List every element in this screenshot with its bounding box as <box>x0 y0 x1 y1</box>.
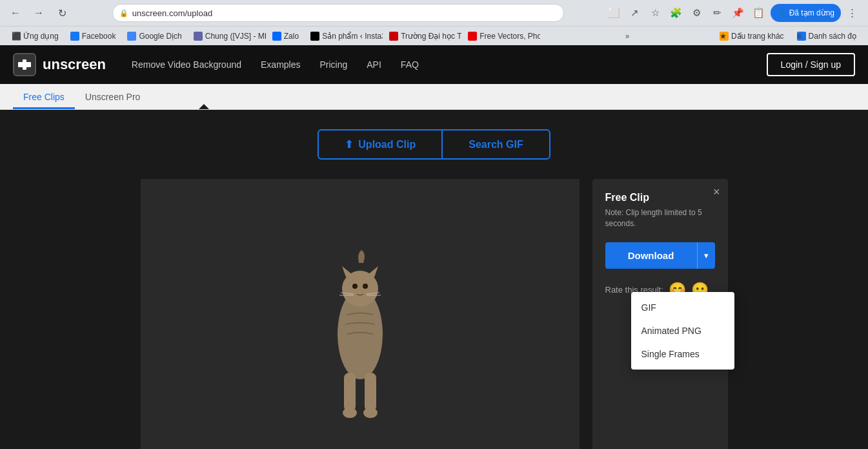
extension-btn-2[interactable]: ⚙ <box>688 4 706 22</box>
svg-point-10 <box>352 284 358 289</box>
logo-text: unscreen <box>43 56 106 73</box>
zalo-favicon <box>272 32 281 41</box>
upload-clip-label: Upload Clip <box>358 139 416 151</box>
profile-button[interactable]: 👤 Đã tạm dừng <box>771 4 841 22</box>
profile-icon: 👤 <box>777 8 787 17</box>
back-button[interactable]: ← <box>6 4 25 22</box>
refresh-button[interactable]: ↻ <box>53 4 71 22</box>
tab-unscreen-pro[interactable]: Unscreen Pro <box>75 87 151 109</box>
bookmark-dau-trang[interactable]: ★ Dấu trang khác <box>714 30 789 43</box>
bookmark-dautrang-label: Dấu trang khác <box>731 32 784 41</box>
cast-button[interactable]: ⬜ <box>605 4 623 22</box>
chung-favicon <box>194 32 203 41</box>
bookmark-danh-sach[interactable]: ≡ Danh sách đọ <box>792 30 862 43</box>
cat-image <box>308 224 412 444</box>
svg-point-8 <box>343 408 357 418</box>
browser-actions: ⬜ ↗ ☆ 🧩 ⚙ ✏ 📌 📋 👤 Đã tạm dừng ⋮ <box>605 4 862 22</box>
search-gif-label: Search GIF <box>469 139 523 151</box>
download-dropdown-menu: GIF Animated PNG Single Frames <box>631 292 734 370</box>
nav-api[interactable]: API <box>367 59 381 70</box>
svg-rect-6 <box>344 373 356 412</box>
extension-btn-4[interactable]: 📌 <box>729 4 747 22</box>
facebook-favicon <box>70 32 79 41</box>
browser-chrome: ← → ↻ 🔒 unscreen.com/upload ⬜ ↗ ☆ 🧩 ⚙ ✏ … <box>0 0 868 45</box>
bookmark-apps-label: Ứng dụng <box>23 32 59 41</box>
login-signup-button[interactable]: Login / Sign up <box>767 53 855 76</box>
url-text: unscreen.com/upload <box>132 8 212 18</box>
svg-point-11 <box>363 284 368 289</box>
chevron-down-icon: ▾ <box>704 251 709 260</box>
bookmarks-bar: ⬛ Ứng dụng Facebook Google Dịch Chung ([… <box>0 26 868 45</box>
bookmark-university-label: Trường Đại học Thư... <box>401 32 461 41</box>
upload-section: ⬆ Upload Clip Search GIF <box>13 129 855 160</box>
nav-remove-bg[interactable]: Remove Video Background <box>132 59 241 70</box>
upload-icon: ⬆ <box>345 138 353 151</box>
svg-rect-7 <box>365 373 376 412</box>
site-nav: unscreen Remove Video Background Example… <box>0 45 868 84</box>
bookmark-chung[interactable]: Chung ([VJS] - MKT,... <box>188 30 266 43</box>
sub-nav: Free Clips Unscreen Pro <box>0 84 868 110</box>
apps-favicon: ⬛ <box>12 32 21 41</box>
download-button[interactable]: Download <box>605 242 697 269</box>
bookmark-zalo-label: Zalo <box>284 32 299 41</box>
free-clip-title: Free Clip <box>605 192 715 204</box>
bookmark-chung-label: Chung ([VJS] - MKT,... <box>205 32 266 41</box>
svg-point-9 <box>363 408 378 418</box>
content-area: × Free Clip Note: Clip length limited to… <box>13 179 855 449</box>
extension-btn-3[interactable]: ✏ <box>709 4 727 22</box>
bookmark-freevectors[interactable]: Free Vectors, Photo... <box>463 30 540 43</box>
dropdown-gif[interactable]: GIF <box>631 296 734 319</box>
forward-button[interactable]: → <box>30 4 48 22</box>
nav-examples[interactable]: Examples <box>261 59 300 70</box>
video-container <box>141 179 580 449</box>
browser-toolbar: ← → ↻ 🔒 unscreen.com/upload ⬜ ↗ ☆ 🧩 ⚙ ✏ … <box>0 0 868 26</box>
address-bar[interactable]: 🔒 unscreen.com/upload <box>112 4 564 22</box>
extension-btn-1[interactable]: 🧩 <box>667 4 685 22</box>
bookmark-insta360[interactable]: Sản phẩm ‹ Insta360... <box>305 30 383 43</box>
svg-rect-1 <box>23 59 26 70</box>
dropdown-single-frames[interactable]: Single Frames <box>631 342 734 366</box>
nav-arrow <box>199 104 209 109</box>
more-bookmarks[interactable]: » <box>621 30 634 43</box>
insta360-favicon <box>310 32 319 41</box>
lock-icon: 🔒 <box>119 9 128 17</box>
extension-btn-5[interactable]: 📋 <box>750 4 768 22</box>
translate-favicon <box>127 32 136 41</box>
logo-icon <box>13 53 36 76</box>
menu-button[interactable]: ⋮ <box>843 4 862 22</box>
bookmark-insta360-label: Sản phẩm ‹ Insta360... <box>322 32 383 41</box>
tab-free-clips[interactable]: Free Clips <box>13 87 75 109</box>
nav-pricing[interactable]: Pricing <box>319 59 347 70</box>
profile-label: Đã tạm dừng <box>789 8 834 17</box>
bookmark-facebook[interactable]: Facebook <box>65 30 121 43</box>
close-panel-button[interactable]: × <box>713 185 720 199</box>
download-row: Download ▾ <box>605 242 715 269</box>
nav-links: Remove Video Background Examples Pricing… <box>132 59 419 70</box>
main-content: ⬆ Upload Clip Search GIF <box>0 110 868 449</box>
freevectors-favicon <box>468 32 477 41</box>
download-dropdown-button[interactable]: ▾ <box>697 242 715 269</box>
nav-faq[interactable]: FAQ <box>401 59 419 70</box>
share-button[interactable]: ↗ <box>626 4 644 22</box>
checkerboard-bg <box>247 185 473 444</box>
page-content: unscreen Remove Video Background Example… <box>0 45 868 449</box>
dautrang-favicon: ★ <box>720 32 729 41</box>
bookmark-freevectors-label: Free Vectors, Photo... <box>479 32 540 41</box>
bookmark-apps[interactable]: ⬛ Ứng dụng <box>6 30 64 43</box>
danhsach-favicon: ≡ <box>797 32 806 41</box>
dropdown-animated-png[interactable]: Animated PNG <box>631 319 734 342</box>
free-clip-note: Note: Clip length limited to 5 seconds. <box>605 207 715 229</box>
info-panel: × Free Clip Note: Clip length limited to… <box>592 179 728 449</box>
bookmark-star-button[interactable]: ☆ <box>647 4 665 22</box>
bookmark-translate-label: Google Dịch <box>139 32 181 41</box>
bookmark-university[interactable]: Trường Đại học Thư... <box>384 30 461 43</box>
logo[interactable]: unscreen <box>13 53 106 76</box>
search-gif-button[interactable]: Search GIF <box>442 129 550 160</box>
bookmark-danhsach-label: Danh sách đọ <box>809 32 856 41</box>
bookmark-facebook-label: Facebook <box>82 32 116 41</box>
upload-clip-button[interactable]: ⬆ Upload Clip <box>318 129 442 160</box>
bookmark-zalo[interactable]: Zalo <box>267 30 304 43</box>
bookmark-translate[interactable]: Google Dịch <box>122 30 187 43</box>
university-favicon <box>389 32 398 41</box>
